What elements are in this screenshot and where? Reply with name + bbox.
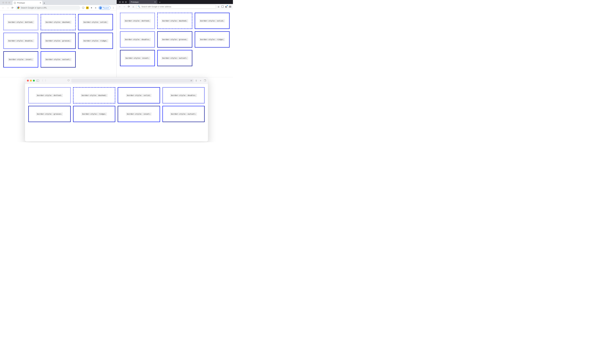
reload-icon[interactable]: ⟳ — [191, 80, 192, 82]
minimize-window-button[interactable] — [30, 80, 32, 82]
card-label: border-style: double; — [170, 94, 197, 97]
tabs-overview-icon[interactable]: ❐ — [204, 79, 206, 82]
info-icon[interactable]: ⓘ — [82, 7, 84, 9]
new-tab-icon[interactable]: ＋ — [199, 79, 202, 82]
card-outset: border-style: outset; — [162, 106, 205, 122]
card-label: border-style: solid; — [199, 19, 225, 22]
close-window-button[interactable] — [2, 2, 4, 3]
firefox-toolbar: ← → ⟳ ⌂ 🔍 Search with Google or enter ad… — [117, 4, 233, 9]
card-solid: border-style: solid; — [118, 87, 160, 104]
safari-toolbar: 〈 〉 ⛉ ⟳ ⇪ ＋ ❐ — [25, 78, 208, 84]
firefox-traffic-lights[interactable] — [117, 1, 129, 3]
card-groove: border-style: groove; — [157, 31, 192, 48]
extensions-icon[interactable]: ✦ — [90, 7, 93, 9]
library-icon[interactable]: ⫼ — [217, 5, 220, 8]
close-tab-icon[interactable]: ✕ — [40, 2, 41, 4]
profile-label: Paused — [103, 7, 109, 9]
back-button[interactable]: ← — [2, 6, 5, 9]
card-label: border-style: dashed; — [161, 19, 188, 22]
forward-button[interactable]: 〉 — [45, 79, 47, 82]
card-label: border-style: outset; — [45, 58, 72, 61]
card-label: border-style: ridge; — [81, 112, 107, 116]
home-button[interactable]: ⌂ — [132, 5, 135, 8]
back-button[interactable]: 〈 — [41, 79, 43, 82]
urlbar-placeholder: Search with Google or enter address — [142, 6, 171, 8]
share-icon[interactable]: ⇪ — [195, 79, 197, 82]
safari-traffic-lights[interactable] — [27, 80, 35, 82]
forward-button[interactable]: → — [6, 6, 9, 9]
card-label: border-style: groove; — [45, 39, 72, 42]
card-ridge: border-style: ridge; — [78, 33, 113, 49]
tab-title: Prototype — [17, 2, 25, 4]
new-tab-button[interactable]: + — [157, 1, 162, 3]
zoom-window-button[interactable] — [125, 1, 127, 3]
privacy-shield-icon[interactable]: ⛉ — [67, 79, 70, 82]
card-label: border-style: ridge; — [199, 38, 225, 41]
chrome-actions: ⓘ JS ✦ ≡ Paused ⋮ — [82, 6, 115, 10]
card-label: border-style: inset; — [8, 58, 34, 61]
card-double: border-style: double; — [162, 87, 205, 104]
account-icon[interactable]: ◐ — [225, 5, 227, 8]
card-label: border-style: inset; — [125, 57, 150, 60]
reading-list-icon[interactable]: ≡ — [94, 7, 97, 9]
close-window-button[interactable] — [27, 80, 29, 82]
card-label: border-style: inset; — [126, 112, 152, 116]
globe-icon — [14, 2, 16, 4]
card-solid: border-style: solid; — [78, 14, 113, 30]
chrome-tab-active[interactable]: Prototype ✕ — [13, 1, 42, 5]
chrome-traffic-lights[interactable] — [0, 0, 13, 5]
zoom-window-button[interactable] — [8, 2, 10, 3]
card-label: border-style: double; — [124, 38, 151, 41]
card-label: border-style: dotted; — [7, 21, 34, 24]
close-window-button[interactable] — [119, 1, 121, 3]
safari-viewport: border-style: dotted; border-style: dash… — [25, 84, 208, 141]
card-label: border-style: ridge; — [83, 39, 108, 42]
back-button[interactable]: ← — [118, 5, 121, 8]
card-label: border-style: outset; — [170, 112, 197, 116]
card-label: border-style: dashed; — [45, 21, 72, 24]
firefox-tab-active[interactable]: Prototype ✕ — [129, 0, 157, 4]
firefox-actions: ⫼ ◐ — [217, 5, 231, 8]
minimize-window-button[interactable] — [122, 1, 124, 3]
firefox-window: Prototype ✕ + ← → ⟳ ⌂ 🔍 Search with Goog… — [117, 0, 233, 77]
safari-window: 〈 〉 ⛉ ⟳ ⇪ ＋ ❐ border-style: dotted; bord… — [25, 78, 208, 141]
border-style-grid: border-style: dotted; border-style: dash… — [28, 87, 205, 122]
card-label: border-style: double; — [7, 39, 34, 42]
card-label: border-style: groove; — [161, 38, 188, 41]
search-icon: 🔍 — [138, 6, 140, 8]
js-extension-icon[interactable]: JS — [86, 7, 89, 9]
sidebar-icon[interactable] — [222, 6, 224, 8]
border-style-grid: border-style: dotted; border-style: dash… — [3, 14, 113, 67]
card-inset: border-style: inset; — [3, 51, 38, 67]
zoom-window-button[interactable] — [33, 80, 35, 82]
card-dashed: border-style: dashed; — [157, 13, 192, 29]
firefox-urlbar[interactable]: 🔍 Search with Google or enter address — [136, 5, 216, 8]
google-icon — [17, 7, 19, 9]
card-label: border-style: outset; — [161, 57, 188, 60]
minimize-window-button[interactable] — [5, 2, 7, 3]
card-groove: border-style: groove; — [41, 33, 75, 49]
chrome-viewport: border-style: dotted; border-style: dash… — [0, 11, 116, 77]
card-label: border-style: dotted; — [124, 19, 151, 22]
chrome-window: Prototype ✕ + ← → ⟳ Search Google or typ… — [0, 0, 117, 77]
forward-button[interactable]: → — [123, 5, 126, 8]
card-label: border-style: dotted; — [36, 94, 63, 97]
chrome-tabstrip: Prototype ✕ + — [0, 0, 116, 5]
profile-paused-chip[interactable]: Paused — [98, 6, 111, 10]
card-label: border-style: dashed; — [81, 94, 108, 97]
sidebar-toggle-icon[interactable] — [37, 80, 39, 82]
card-inset: border-style: inset; — [118, 106, 160, 122]
card-label: border-style: solid; — [83, 21, 108, 24]
profile-avatar-icon — [99, 7, 102, 9]
firefox-menu-icon[interactable] — [229, 6, 231, 7]
safari-urlbar[interactable]: ⟳ — [71, 79, 194, 82]
close-tab-icon[interactable]: ✕ — [154, 1, 156, 3]
card-ridge: border-style: ridge; — [73, 106, 115, 122]
chrome-toolbar: ← → ⟳ Search Google or type a URL ⓘ JS ✦… — [0, 5, 116, 11]
new-tab-button[interactable]: + — [42, 2, 46, 5]
reload-button[interactable]: ⟳ — [127, 5, 130, 8]
chrome-omnibox[interactable]: Search Google or type a URL — [16, 6, 80, 10]
card-inset: border-style: inset; — [120, 50, 155, 66]
chrome-menu-icon[interactable]: ⋮ — [112, 7, 115, 9]
reload-button[interactable]: ⟳ — [11, 6, 14, 9]
